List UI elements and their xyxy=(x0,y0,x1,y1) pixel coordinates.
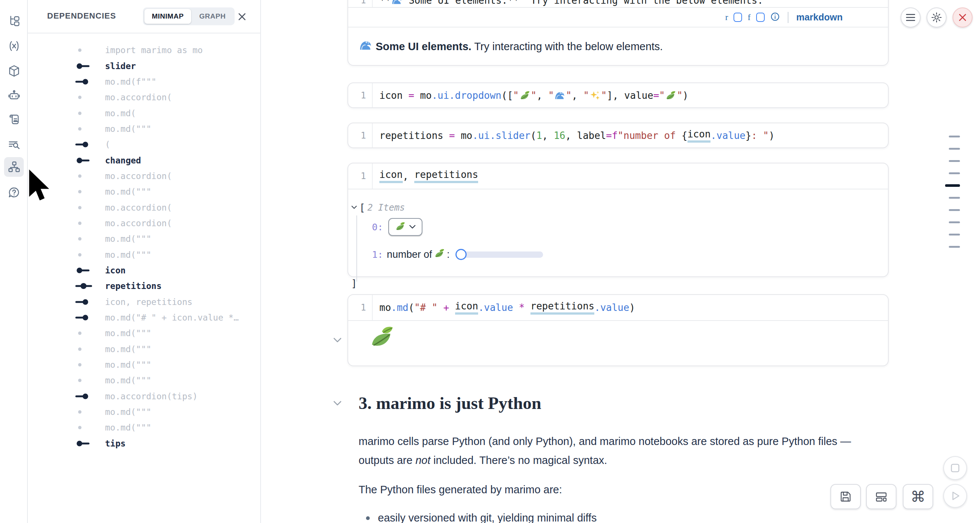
line-number: 1 xyxy=(348,163,373,189)
wave-emoji xyxy=(360,39,372,54)
code-line[interactable]: icon = mo.ui.dropdown([" ", " ", " "], v… xyxy=(373,90,689,101)
ai-robot-icon[interactable] xyxy=(4,85,24,105)
stop-icon xyxy=(950,462,961,474)
minimap-item[interactable]: changed xyxy=(28,152,260,168)
menu-button[interactable] xyxy=(900,8,921,27)
minimap-item[interactable]: mo.md(""" xyxy=(28,420,260,435)
code-line[interactable]: ** Some UI elements.** Try interacting w… xyxy=(373,0,763,6)
scroll-bar[interactable] xyxy=(949,160,960,162)
cell-divider xyxy=(348,320,888,321)
slider-label: number of : xyxy=(387,248,450,261)
help-icon[interactable] xyxy=(4,183,24,203)
layout-view-button[interactable] xyxy=(866,484,896,509)
view-switcher: MINIMAP GRAPH xyxy=(143,8,235,25)
open-bracket: [ xyxy=(360,202,365,213)
code-cell-md-output[interactable]: 1 mo.md("# " + icon.value * repetitions.… xyxy=(347,294,889,366)
output-text: Try interacting with the below elements. xyxy=(471,40,663,53)
markdown-cell-output: Some UI elements. Try interacting with t… xyxy=(348,27,888,66)
slider-knob[interactable] xyxy=(455,249,467,260)
minimap-item[interactable]: ( xyxy=(28,137,260,152)
scroll-bar[interactable] xyxy=(949,209,960,211)
icon-dropdown-select[interactable] xyxy=(388,218,422,236)
bullet-item: easily versioned with git, yielding mini… xyxy=(366,512,597,523)
code-cell-repetitions-slider[interactable]: 1 repetitions = mo.ui.slider(1, 16, labe… xyxy=(347,123,889,148)
repetitions-slider[interactable] xyxy=(455,249,544,260)
tab-graph[interactable]: GRAPH xyxy=(192,9,233,24)
paragraph-1: marimo cells parse Python (and only Pyth… xyxy=(359,432,886,470)
tree-output: [ 2 Items 0: 1: number of xyxy=(348,189,888,276)
line-number: 1 xyxy=(348,83,373,107)
tree-row-0: 0: xyxy=(372,215,422,238)
minimap-item[interactable]: mo.accordion( xyxy=(28,215,260,231)
slider-track[interactable] xyxy=(459,252,543,258)
markdown-cell[interactable]: 1 ** Some UI elements.** Try interacting… xyxy=(347,0,889,66)
r-shortcut-label: r xyxy=(725,13,728,22)
minimap-item[interactable]: mo.md(""" xyxy=(28,404,260,420)
leaf-emoji xyxy=(395,222,406,233)
f-shortcut-label: f xyxy=(748,13,751,22)
minimap-item[interactable]: mo.md(""" xyxy=(28,357,260,373)
mouse-cursor xyxy=(27,168,63,206)
shutdown-close-button[interactable] xyxy=(953,8,972,27)
minimap-item[interactable]: mo.md(""" xyxy=(28,325,260,341)
code-cell-icon-dropdown[interactable]: 1 icon = mo.ui.dropdown([" ", " ", " "],… xyxy=(347,83,889,108)
close-panel-button[interactable] xyxy=(237,11,248,22)
scroll-bar[interactable] xyxy=(949,246,960,248)
paragraph-2: The Python files generated by marimo are… xyxy=(359,484,562,496)
minimap-item[interactable]: slider xyxy=(28,58,260,73)
keyboard-shortcuts-button[interactable]: ⌘ xyxy=(903,484,933,509)
snippets-search-icon[interactable] xyxy=(4,134,24,154)
cell-collapse-chevron-icon[interactable] xyxy=(333,337,343,343)
f-checkbox[interactable] xyxy=(756,13,765,22)
scroll-bar[interactable] xyxy=(949,172,960,174)
minimap-item[interactable]: mo.md(""" xyxy=(28,373,260,388)
minimap-item[interactable]: mo.accordion( xyxy=(28,89,260,105)
scroll-bar[interactable] xyxy=(949,197,960,199)
minimap-item[interactable]: icon, repetitions xyxy=(28,294,260,310)
output-bold-text: Some UI elements. xyxy=(375,40,471,53)
scroll-bar[interactable] xyxy=(949,234,960,236)
settings-gear-button[interactable] xyxy=(926,8,947,27)
code-cell-tuple[interactable]: 1 icon, repetitions [ 2 Items 0: xyxy=(347,163,889,277)
minimap-item[interactable]: mo.md(""" xyxy=(28,231,260,247)
code-line[interactable]: repetitions = mo.ui.slider(1, 16, label=… xyxy=(373,129,775,143)
variables-icon[interactable] xyxy=(4,36,24,56)
close-bracket: ] xyxy=(351,278,357,289)
save-button[interactable] xyxy=(830,484,861,509)
scroll-bar[interactable] xyxy=(949,136,960,137)
minimap-item[interactable]: import marimo as mo xyxy=(28,42,260,58)
cell-footer-toolbar: r f markdown xyxy=(348,8,888,27)
dependencies-panel: DEPENDENCIES MINIMAP GRAPH import marimo… xyxy=(28,0,261,523)
package-icon[interactable] xyxy=(4,61,24,81)
stop-button[interactable] xyxy=(943,456,967,480)
minimap-item[interactable]: mo.md(""" xyxy=(28,341,260,357)
minimap-item[interactable]: mo.md( xyxy=(28,105,260,121)
minimap-item[interactable]: repetitions xyxy=(28,278,260,294)
r-checkbox[interactable] xyxy=(733,13,742,22)
minimap-item[interactable]: mo.md(""" xyxy=(28,247,260,262)
minimap-item[interactable]: tips xyxy=(28,436,260,451)
language-label[interactable]: markdown xyxy=(796,12,843,23)
code-line[interactable]: mo.md("# " + icon.value * repetitions.va… xyxy=(373,300,635,315)
run-button[interactable] xyxy=(943,484,967,508)
info-icon[interactable] xyxy=(770,12,780,23)
minimap-item[interactable]: icon xyxy=(28,263,260,278)
code-line[interactable]: icon, repetitions xyxy=(373,169,478,183)
section-collapse-chevron-icon[interactable] xyxy=(333,400,343,407)
tree-guide-line xyxy=(356,215,357,282)
scroll-bar[interactable] xyxy=(949,222,960,223)
tree-key-1: 1: xyxy=(372,249,383,260)
minimap-item[interactable]: mo.md(f""" xyxy=(28,74,260,89)
play-icon xyxy=(950,490,961,501)
collapse-chevron-icon[interactable] xyxy=(351,204,357,211)
dependencies-icon[interactable] xyxy=(4,157,24,177)
tab-minimap[interactable]: MINIMAP xyxy=(145,9,191,24)
file-tree-icon[interactable] xyxy=(4,11,24,31)
scroll-bar-current[interactable] xyxy=(945,184,960,187)
logs-scroll-icon[interactable] xyxy=(4,110,24,130)
minimap-item[interactable]: mo.accordion(tips) xyxy=(28,389,260,404)
minimap-item[interactable]: mo.md(""" xyxy=(28,121,260,137)
markdown-cell-editor[interactable]: 1 ** Some UI elements.** Try interacting… xyxy=(348,0,888,7)
scroll-bar[interactable] xyxy=(949,148,960,150)
minimap-item[interactable]: mo.md("# " + icon.value *… xyxy=(28,310,260,325)
